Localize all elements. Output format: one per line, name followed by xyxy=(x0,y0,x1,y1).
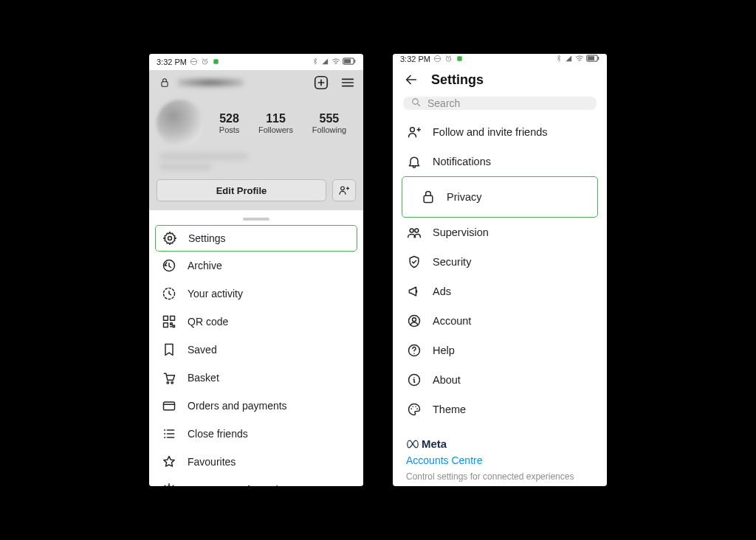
lock-icon xyxy=(420,189,436,205)
bookmark-icon xyxy=(161,342,177,358)
menu-item-label: Your activity xyxy=(188,288,243,300)
profile-area-dimmed: 528 Posts 115 Followers 555 Following Ed… xyxy=(149,70,363,210)
svg-point-28 xyxy=(413,99,419,105)
svg-point-38 xyxy=(413,406,414,407)
settings-item-label: Notifications xyxy=(433,156,491,167)
settings-item-label: Follow and invite friends xyxy=(433,126,548,138)
discover-people-button[interactable] xyxy=(332,179,356,201)
menu-item-saved[interactable]: Saved xyxy=(149,336,363,364)
settings-item-follow[interactable]: Follow and invite friends xyxy=(393,117,607,147)
svg-point-32 xyxy=(415,229,419,232)
stat-posts[interactable]: 528 Posts xyxy=(219,112,240,134)
help-icon xyxy=(406,342,422,359)
back-arrow-icon[interactable] xyxy=(403,72,419,88)
page-title: Settings xyxy=(431,72,484,88)
settings-item-label: Help xyxy=(433,345,455,356)
menu-item-label: Close friends xyxy=(188,428,248,440)
menu-item-fav[interactable]: Favourites xyxy=(149,448,363,476)
edit-profile-button[interactable]: Edit Profile xyxy=(157,179,326,201)
search-input[interactable]: Search xyxy=(403,97,597,110)
settings-item-label: About xyxy=(433,374,461,386)
stat-following[interactable]: 555 Following xyxy=(312,112,346,134)
svg-rect-14 xyxy=(164,323,168,328)
activity-icon xyxy=(161,285,177,302)
svg-point-29 xyxy=(410,128,415,132)
svg-point-9 xyxy=(168,237,172,240)
status-battery-icon xyxy=(343,58,356,66)
list-icon xyxy=(161,426,177,442)
settings-item-privacy[interactable]: Privacy xyxy=(407,182,593,212)
status-battery-icon xyxy=(586,55,599,63)
person-plus-icon xyxy=(406,124,422,140)
menu-item-label: Favourites xyxy=(188,456,236,468)
menu-item-close[interactable]: Close friends xyxy=(149,420,363,448)
menu-item-covid[interactable]: COVID-19 Information Centre xyxy=(149,476,363,486)
menu-item-label: Basket xyxy=(188,372,219,384)
covid-icon xyxy=(161,482,177,486)
svg-point-16 xyxy=(171,381,173,384)
settings-item-account[interactable]: Account xyxy=(393,306,607,336)
svg-rect-5 xyxy=(344,59,351,63)
status-bar: 3:32 PM xyxy=(393,54,607,64)
status-dnd-icon xyxy=(433,55,441,64)
settings-item-security[interactable]: Security xyxy=(393,247,607,277)
info-icon xyxy=(406,372,422,388)
hamburger-menu-icon[interactable] xyxy=(340,75,356,91)
menu-item-archive[interactable]: Archive xyxy=(149,252,363,280)
status-alarm-icon xyxy=(444,55,453,64)
svg-rect-27 xyxy=(588,56,594,60)
accounts-centre-link[interactable]: Accounts Centre xyxy=(406,454,594,466)
menu-item-orders[interactable]: Orders and payments xyxy=(149,392,363,420)
svg-point-34 xyxy=(413,318,416,322)
settings-item-help[interactable]: Help xyxy=(393,336,607,365)
bio-blurred-2 xyxy=(159,163,211,170)
svg-rect-23 xyxy=(457,56,461,60)
menu-item-qr[interactable]: QR code xyxy=(149,308,363,336)
settings-item-ads[interactable]: Ads xyxy=(393,277,607,306)
qr-icon xyxy=(161,314,177,330)
status-wifi-icon xyxy=(331,57,340,67)
settings-item-theme[interactable]: Theme xyxy=(393,395,607,424)
menu-item-label: Orders and payments xyxy=(188,400,287,412)
avatar[interactable] xyxy=(157,100,204,147)
settings-item-supervision[interactable]: Supervision xyxy=(393,218,607,247)
mega-icon xyxy=(406,283,422,300)
menu-item-label: COVID-19 Information Centre xyxy=(188,484,323,486)
svg-point-8 xyxy=(341,187,345,190)
settings-item-notifications[interactable]: Notifications xyxy=(393,147,607,176)
new-post-icon[interactable] xyxy=(313,75,329,91)
settings-item-label: Security xyxy=(433,256,471,268)
status-bt-icon xyxy=(555,55,563,63)
svg-point-15 xyxy=(167,381,169,384)
menu-item-label: Saved xyxy=(188,344,217,356)
stat-followers[interactable]: 115 Followers xyxy=(258,112,293,134)
menu-item-settings[interactable]: Settings xyxy=(162,230,351,246)
highlight-privacy: Privacy xyxy=(402,176,598,218)
svg-rect-6 xyxy=(162,82,168,86)
svg-point-40 xyxy=(416,408,418,409)
settings-item-label: Supervision xyxy=(433,226,489,238)
shield-icon xyxy=(406,254,422,270)
account-icon xyxy=(406,313,422,329)
svg-rect-12 xyxy=(164,316,168,321)
settings-item-label: Theme xyxy=(433,404,466,415)
menu-item-label: Archive xyxy=(188,260,222,271)
phone-right-settings: 3:32 PM Settings Search xyxy=(393,54,607,486)
menu-item-label: Settings xyxy=(188,232,226,244)
menu-item-basket[interactable]: Basket xyxy=(149,364,363,392)
settings-item-about[interactable]: About xyxy=(393,365,607,395)
svg-rect-26 xyxy=(598,57,599,60)
meta-description: Control settings for connected experienc… xyxy=(406,471,594,486)
status-app-icon xyxy=(456,55,464,64)
edit-profile-label: Edit Profile xyxy=(216,185,267,196)
svg-point-31 xyxy=(410,229,413,232)
sheet-grabber[interactable] xyxy=(243,218,269,221)
svg-rect-1 xyxy=(213,59,218,63)
svg-rect-4 xyxy=(354,60,355,63)
settings-item-label: Privacy xyxy=(447,191,482,203)
settings-item-label: Account xyxy=(433,315,471,327)
svg-point-20 xyxy=(164,437,165,438)
svg-rect-17 xyxy=(164,402,175,410)
options-bottom-sheet: Settings Archive Your activity QR code S… xyxy=(149,210,363,486)
menu-item-activity[interactable]: Your activity xyxy=(149,280,363,308)
